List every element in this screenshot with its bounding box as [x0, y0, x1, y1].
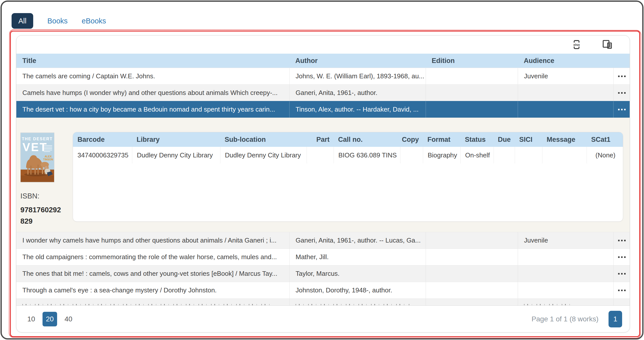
row-edition	[426, 282, 518, 298]
holding-format: Biography	[423, 147, 460, 163]
page: All Books eBooks xlsx Title Author Editi…	[0, 0, 644, 340]
expanded-detail-section: THE DESERT VET ALEX TINSON ISBN: 9781760…	[16, 118, 630, 232]
clipped-text-fragment	[22, 304, 270, 305]
row-title: The ones that bit me! : camels, cows and…	[16, 265, 289, 282]
row-title: The desert vet : how a city boy became a…	[16, 101, 289, 118]
col-actions	[613, 54, 630, 68]
col-library: Library	[132, 132, 220, 147]
isbn-block: ISBN: 9781760292829	[20, 191, 67, 227]
row-author: Ganeri, Anita, 1961-, author.	[289, 85, 426, 101]
row-audience: Juvenile	[518, 68, 613, 84]
col-format: Format	[423, 132, 460, 147]
isbn-value: 9781760292829	[20, 204, 63, 227]
row-title: Through a camel's eye : a sea-change mys…	[16, 282, 289, 298]
table-row-clipped[interactable]	[16, 298, 630, 305]
col-sub-location: Sub-location	[220, 132, 307, 147]
row-audience: Juvenile	[518, 232, 613, 249]
holding-status: On-shelf	[460, 147, 494, 163]
copy-list-icon[interactable]	[601, 39, 613, 50]
holding-library: Dudley Denny City Library	[132, 147, 220, 163]
table-row[interactable]: The ones that bit me! : camels, cows and…	[16, 265, 630, 282]
col-copy: Copy	[400, 132, 423, 147]
svg-text:ALEX: ALEX	[45, 155, 52, 158]
col-scat1: SCat1	[587, 132, 623, 147]
col-message: Message	[542, 132, 587, 147]
col-status: Status	[460, 132, 494, 147]
table-row-selected[interactable]: The desert vet : how a city boy became a…	[16, 101, 630, 118]
row-title: The camels are coming / Captain W.E. Joh…	[16, 68, 289, 84]
holding-due	[494, 147, 515, 163]
row-audience	[518, 249, 613, 265]
row-edition	[426, 265, 518, 282]
table-row[interactable]: I wonder why camels have humps and other…	[16, 232, 630, 249]
row-audience	[518, 265, 613, 282]
row-title: Camels have humps (I wonder why) and oth…	[16, 85, 289, 101]
holding-copy	[400, 147, 423, 163]
results-toolbar: xlsx	[16, 36, 630, 54]
row-actions-button[interactable]	[618, 290, 626, 291]
col-audience: Audience	[518, 54, 613, 68]
page-size-40[interactable]: 40	[61, 312, 76, 326]
row-author: Ganeri, Anita, 1961-, author. -- Lucas, …	[289, 232, 426, 249]
row-author: Johnston, Dorothy, 1948-, author.	[289, 282, 426, 298]
row-audience	[518, 85, 613, 101]
holding-message	[542, 147, 587, 163]
row-title: I wonder why camels have humps and other…	[16, 232, 289, 249]
svg-text:TINSON: TINSON	[43, 158, 53, 161]
row-author: Taylor, Marcus.	[289, 265, 426, 282]
row-author: Mather, Jill.	[289, 249, 426, 265]
row-actions-button[interactable]	[618, 273, 626, 275]
page-summary: Page 1 of 1 (8 works)	[532, 315, 598, 323]
col-author: Author	[289, 54, 426, 68]
holding-call-no: BIOG 636.089 TINS	[334, 147, 400, 163]
row-actions-button[interactable]	[618, 92, 626, 94]
row-actions-button[interactable]	[618, 240, 626, 241]
holding-barcode: 34740006329735	[73, 147, 132, 163]
row-edition	[426, 68, 518, 84]
row-actions-button[interactable]	[618, 109, 626, 110]
table-row[interactable]: Camels have humps (I wonder why) and oth…	[16, 84, 630, 101]
pagination-bar: 10 20 40 Page 1 of 1 (8 works) 1	[16, 305, 630, 332]
row-author: Tinson, Alex, author. -- Hardaker, David…	[289, 101, 426, 118]
svg-text:xlsx: xlsx	[573, 43, 580, 47]
col-part: Part	[307, 132, 334, 147]
row-audience	[518, 101, 613, 118]
col-title: Title	[16, 54, 289, 68]
row-actions-button[interactable]	[618, 256, 626, 258]
holding-part	[307, 147, 334, 163]
holdings-panel: Barcode Library Sub-location Part Call n…	[73, 132, 623, 222]
holdings-header-row: Barcode Library Sub-location Part Call n…	[73, 132, 623, 147]
table-row[interactable]: The camels are coming / Captain W.E. Joh…	[16, 68, 630, 84]
row-title: The old campaigners : commemorating the …	[16, 249, 289, 265]
xlsx-export-icon[interactable]: xlsx	[571, 39, 582, 50]
page-size-20[interactable]: 20	[43, 312, 57, 326]
table-row[interactable]: Through a camel's eye : a sea-change mys…	[16, 282, 630, 298]
col-barcode: Barcode	[73, 132, 132, 147]
book-cover-image: THE DESERT VET ALEX TINSON	[20, 132, 54, 182]
row-edition	[426, 249, 518, 265]
results-header-row: Title Author Edition Audience	[16, 54, 630, 68]
row-edition	[426, 232, 518, 249]
holdings-row: 34740006329735 Dudley Denny City Library…	[73, 147, 623, 163]
tab-ebooks[interactable]: eBooks	[82, 17, 106, 25]
row-audience	[518, 282, 613, 298]
results-card: xlsx Title Author Edition Audience The c…	[16, 35, 630, 332]
holding-sub-location: Dudley Denny City Library	[220, 147, 307, 163]
page-1-button[interactable]: 1	[609, 311, 622, 327]
row-edition	[426, 85, 518, 101]
tab-books[interactable]: Books	[47, 17, 68, 25]
clipped-text-fragment	[296, 304, 412, 305]
row-edition	[426, 101, 518, 118]
col-call-no: Call no.	[334, 132, 400, 147]
col-edition: Edition	[426, 54, 518, 68]
page-size-10[interactable]: 10	[24, 312, 38, 326]
svg-text:THE DESERT: THE DESERT	[22, 137, 53, 141]
tab-all[interactable]: All	[12, 13, 33, 29]
result-type-tabs: All Books eBooks	[12, 13, 106, 29]
table-row[interactable]: The old campaigners : commemorating the …	[16, 249, 630, 265]
row-actions-button[interactable]	[618, 76, 626, 77]
isbn-label: ISBN:	[20, 192, 39, 200]
row-author: Johns, W. E. (William Earl), 1893-1968, …	[289, 68, 426, 84]
holding-sici	[515, 147, 542, 163]
holding-scat1: (None)	[587, 147, 623, 163]
